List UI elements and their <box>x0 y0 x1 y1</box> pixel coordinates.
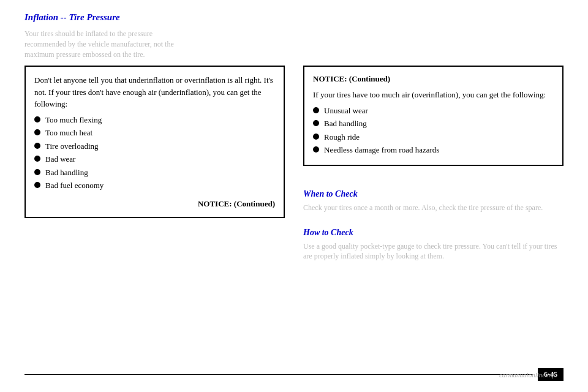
how-to-check-text: Use a good quality pocket-type gauge to … <box>303 241 564 262</box>
list-item: Unusual wear <box>313 105 554 117</box>
bullet-icon <box>313 134 319 140</box>
notice-body: Don't let anyone tell you that underinfl… <box>34 74 275 209</box>
left-column: Don't let anyone tell you that underinfl… <box>24 66 285 262</box>
when-to-check-text: Check your tires once a month or more. A… <box>303 203 564 213</box>
watermark: carmanualonline.info <box>499 371 557 379</box>
bullet-icon <box>34 169 40 175</box>
list-item: Bad handling <box>313 118 554 130</box>
bottom-line <box>24 374 533 375</box>
underinflation-bullet-list: Too much flexing Too much heat Tire over… <box>34 114 275 192</box>
list-item: Too much flexing <box>34 114 275 126</box>
bullet-icon <box>34 143 40 149</box>
how-to-check-header: How to Check <box>303 228 564 238</box>
list-item: Bad fuel economy <box>34 179 275 192</box>
overinflation-bullet-list: Unusual wear Bad handling Rough ride <box>313 105 554 156</box>
list-item: Needless damage from road hazards <box>313 144 554 156</box>
right-column: NOTICE: (Continued) If your tires have t… <box>303 66 564 262</box>
bullet-icon <box>313 107 319 113</box>
bullet-icon <box>34 182 40 188</box>
notice-continued-label: NOTICE: (Continued) <box>34 198 275 210</box>
bullet-icon <box>313 120 319 126</box>
overinflation-text: If your tires have too much air (overinf… <box>313 89 554 101</box>
notice-box-overinflation: NOTICE: (Continued) If your tires have t… <box>303 66 564 166</box>
page-container: Inflation -- Tire Pressure Your tires sh… <box>0 0 588 392</box>
bullet-icon <box>313 146 319 153</box>
when-to-check-section: When to Check Check your tires once a mo… <box>303 183 564 213</box>
notice-underinflation-text: Don't let anyone tell you that underinfl… <box>34 74 275 110</box>
list-item: Bad handling <box>34 167 275 179</box>
list-item: Too much heat <box>34 127 275 139</box>
how-to-check-section: How to Check Use a good quality pocket-t… <box>303 222 564 262</box>
notice-overinflation-body: If your tires have too much air (overinf… <box>313 89 554 156</box>
notice-box-underinflation: Don't let anyone tell you that underinfl… <box>24 66 285 218</box>
bullet-icon <box>34 116 40 123</box>
list-item: Rough ride <box>313 131 554 143</box>
notice-continued-title: NOTICE: (Continued) <box>313 74 554 84</box>
left-faded-intro: Your tires should be inflated to the pre… <box>24 29 564 59</box>
page-title: Inflation -- Tire Pressure <box>24 12 564 23</box>
content-columns: Don't let anyone tell you that underinfl… <box>24 66 564 262</box>
list-item: Tire overloading <box>34 140 275 153</box>
bullet-icon <box>34 156 40 162</box>
list-item: Bad wear <box>34 153 275 165</box>
when-to-check-header: When to Check <box>303 189 564 199</box>
bullet-icon <box>34 129 40 135</box>
